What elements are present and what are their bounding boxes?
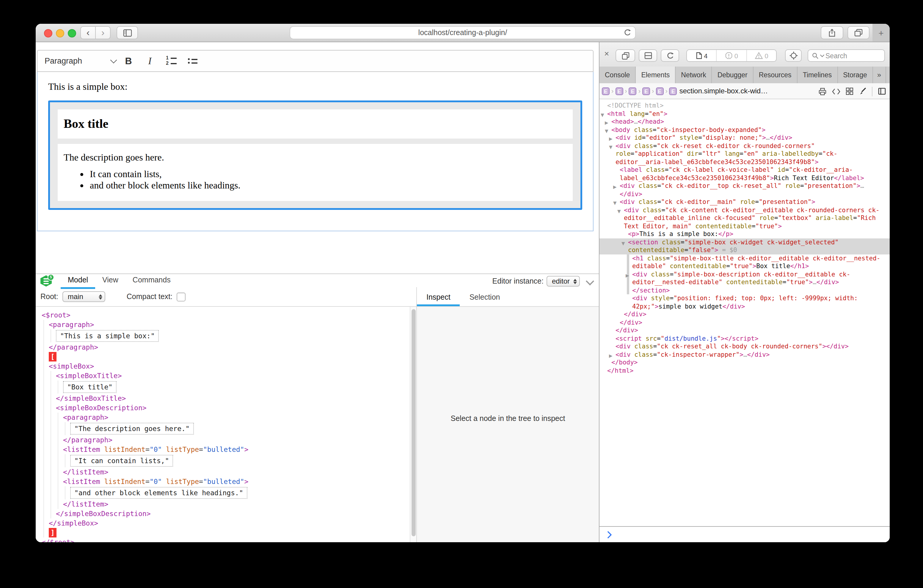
disclosure-open-icon[interactable]: ▼ [621,239,625,247]
italic-button[interactable]: I [141,53,159,69]
model-tree-node[interactable]: <simpleBoxTitle> [36,371,410,381]
dock-layout-button[interactable] [639,49,657,62]
inspector-tab-inspect[interactable]: Inspect [417,293,460,306]
bold-button[interactable]: B [120,53,137,69]
element-badge[interactable]: E [656,87,664,95]
element-picker-button[interactable] [785,49,801,62]
root-select[interactable]: main [62,291,105,302]
devtools-tab-timelines[interactable]: Timelines [798,67,838,83]
element-badge[interactable]: E [642,87,650,95]
dom-tree-node[interactable]: <h1 class="simple-box-title ck-editor__e… [599,254,890,270]
dom-tree-node[interactable]: ▼<html lang="en"> [599,110,890,118]
model-tree-node[interactable]: ] [36,528,410,537]
model-tree-node[interactable]: <paragraph> [36,320,410,329]
inspector-tab-commands[interactable]: Commands [125,274,178,287]
details-sidebar-icon[interactable] [878,87,886,95]
dom-tree-node[interactable]: ▶<head>…</head> [599,118,890,126]
disclosure-closed-icon[interactable]: ▶ [626,271,629,279]
devtools-search-field[interactable]: Search [808,49,885,62]
back-button[interactable]: ‹ [80,26,96,39]
traffic-minimize-icon[interactable] [56,29,64,38]
model-tree-node[interactable]: "and other block elements like headings.… [36,486,410,499]
collapse-inspector-icon[interactable] [586,277,594,286]
devtools-tab-network[interactable]: Network [676,67,712,83]
paragraph[interactable]: This is a simple box: [48,81,582,92]
disclosure-closed-icon[interactable]: ▶ [613,183,617,191]
sidebar-toggle-button[interactable] [117,26,138,39]
model-tree-node[interactable]: </paragraph> [36,435,410,445]
dom-tree-node[interactable]: <div style="position: fixed; top: 0px; l… [599,294,890,310]
element-badge[interactable]: E [615,87,623,95]
disclosure-open-icon[interactable]: ▼ [618,207,621,215]
devtools-tab-resources[interactable]: Resources [754,67,798,83]
dom-tree-node[interactable]: </body> [599,358,890,366]
inspector-tab-model[interactable]: Model [61,274,95,289]
disclosure-open-icon[interactable]: ▼ [609,143,613,151]
devtools-tab-console[interactable]: Console [599,67,636,83]
paint-flashing-icon[interactable] [859,87,867,95]
editor-instance-select[interactable]: editor [547,276,580,287]
dom-tree-node[interactable]: ▶<div class="ck-inspector-wrapper">…</di… [599,350,890,358]
dom-tree-node[interactable]: <div class="ck ck-reset_all ck-body ck-r… [599,342,890,350]
new-tab-button[interactable]: + [872,24,890,42]
url-field[interactable]: localhost/creating-a-plugin/ [290,26,636,39]
open-tabs-count[interactable]: 4 [687,50,717,61]
inspector-tab-view[interactable]: View [95,274,125,287]
dom-tree-node[interactable]: </html> [599,366,890,374]
devtools-tab-debugger[interactable]: Debugger [712,67,754,83]
detach-devtools-button[interactable] [616,49,635,62]
tabs-overview-button[interactable] [847,26,869,39]
model-tree-node[interactable]: <listItem listIndent="0" listType="bulle… [36,445,410,454]
devtools-tab-storage[interactable]: Storage [838,67,873,83]
reload-icon[interactable] [623,28,632,37]
print-styles-icon[interactable] [818,87,827,95]
grid-overlay-icon[interactable] [846,87,853,95]
dom-tree-node[interactable]: ▼<section class="simple-box ck-widget ck… [599,238,890,254]
model-tree-node[interactable]: <paragraph> [36,412,410,422]
reload-page-button[interactable] [661,49,679,62]
compact-text-checkbox[interactable] [177,292,186,301]
error-count-badge[interactable]: 0 [717,50,747,61]
model-tree-node[interactable]: <simpleBoxDescription> [36,403,410,412]
model-tree-node[interactable]: <$root> [36,310,410,320]
traffic-zoom-icon[interactable] [68,29,76,38]
dom-tree-node[interactable]: ▼<body class="ck-inspector-body-expanded… [599,126,890,134]
box-title[interactable]: Box title [64,117,567,131]
show-source-icon[interactable] [832,88,840,95]
model-tree-node[interactable]: <listItem listIndent="0" listType="bulle… [36,477,410,486]
box-description-editable[interactable]: The description goes here. It can contai… [57,144,573,201]
close-devtools-icon[interactable]: × [604,49,609,58]
model-tree-scrollbar[interactable] [410,307,417,542]
dom-tree-node[interactable]: <p>This is a simple box:</p> [599,230,890,238]
dom-tree-node[interactable]: ▼<div class="ck ck-content ck-editor__ed… [599,206,890,230]
heading-dropdown[interactable]: Paragraph [44,56,116,66]
numbered-list-button[interactable]: 1 2 [163,53,180,69]
element-badge[interactable]: E [629,87,637,95]
dom-tree-node[interactable]: </div> [599,319,890,327]
model-tree-node[interactable]: </simpleBox> [36,519,410,528]
forward-button[interactable]: › [95,26,111,39]
model-tree-node[interactable]: </simpleBoxTitle> [36,394,410,403]
dom-tree-node[interactable]: <label class="ck ck-label ck-voice-label… [599,166,890,182]
inspector-tab-selection[interactable]: Selection [460,293,510,306]
model-tree-node[interactable]: <simpleBox> [36,361,410,371]
model-tree-node[interactable]: "The description goes here." [36,422,410,435]
model-tree-node[interactable]: </simpleBoxDescription> [36,509,410,519]
element-badge[interactable]: E [669,87,677,95]
simple-box-widget[interactable]: Box title The description goes here. It … [48,100,582,210]
quick-console[interactable] [599,526,890,542]
model-tree-node[interactable]: </paragraph> [36,342,410,352]
model-tree-node[interactable]: "It can contain lists," [36,454,410,467]
box-bullet-list[interactable]: It can contain lists,and other block ele… [64,169,567,191]
box-title-editable[interactable]: Box title [57,109,573,138]
model-tree-node[interactable]: "This is a simple box:" [36,329,410,342]
tabs-overflow-button[interactable]: » [873,67,886,83]
box-description-paragraph[interactable]: The description goes here. [64,152,567,163]
dom-tree-node[interactable]: <script src="dist/bundle.js"></script> [599,334,890,342]
model-tree-node[interactable]: </listItem> [36,499,410,509]
breadcrumb-current[interactable]: section.simple-box.ck-wid… [680,87,768,95]
dom-tree-node[interactable]: </div> [599,310,890,319]
dom-tree-node[interactable]: </section> [599,286,890,294]
add-tab-button[interactable]: + [886,67,890,83]
model-tree-node[interactable]: "Box title" [36,381,410,394]
